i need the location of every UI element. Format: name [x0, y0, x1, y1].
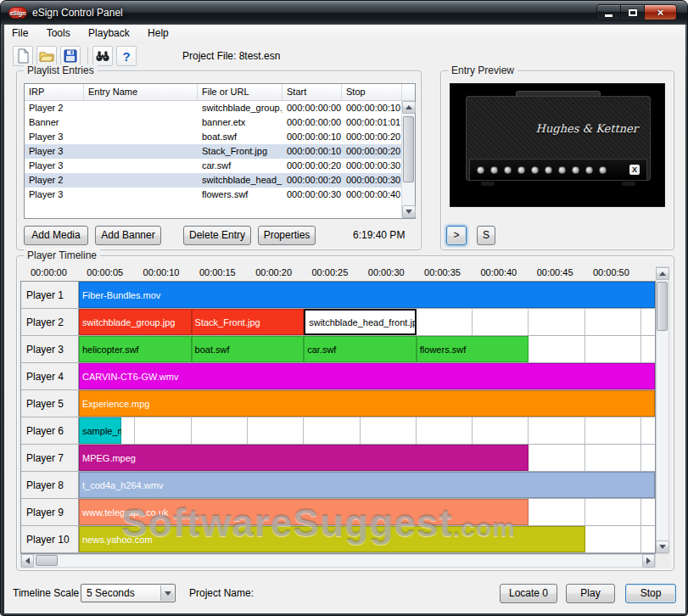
title-bar[interactable]: eSign eSign Control Panel × — [1, 1, 687, 25]
scroll-up-button[interactable] — [402, 101, 416, 114]
project-name-label: Project Name: — [189, 587, 254, 599]
timeline-clip[interactable]: www.telegraph.co.uk — [79, 499, 529, 525]
arrow-left-icon — [25, 557, 30, 564]
menu-help[interactable]: Help — [140, 25, 176, 42]
timeline-clip[interactable]: switchblade_head_front.jpg — [304, 309, 417, 335]
minimize-button[interactable] — [596, 4, 621, 20]
dropdown-button[interactable] — [160, 585, 174, 601]
project-file-label: Project File: 8test.esn — [182, 43, 280, 69]
scroll-left-button[interactable] — [21, 554, 34, 568]
playlist-table[interactable]: IRP Entry Name File or URL Start Stop Pl… — [24, 83, 416, 219]
timeline-clip[interactable]: boat.swf — [192, 336, 305, 362]
scrollbar-corner — [656, 554, 669, 568]
ruler-label: 00:00:20 — [255, 267, 292, 277]
entry-preview-image: Hughes & Kettner X — [450, 83, 665, 207]
player-track[interactable]: www.telegraph.co.uk — [79, 499, 655, 526]
playlist-scrollbar[interactable] — [401, 101, 415, 218]
menu-playback[interactable]: Playback — [81, 25, 137, 42]
stop-button[interactable]: Stop — [625, 584, 676, 603]
timeline-clip[interactable]: car.swf — [304, 336, 417, 362]
playlist-cell: 000:00:00:10 — [282, 144, 342, 159]
playlist-cell: Player 3 — [25, 188, 84, 202]
player-track[interactable]: Experience.mpg — [79, 390, 655, 417]
timeline-clip[interactable]: Stack_Front.jpg — [192, 309, 305, 335]
playlist-row[interactable]: Player 3flowers.swf000:00:00:30000:00:00… — [25, 188, 402, 202]
play-button[interactable]: Play — [566, 584, 615, 603]
timeline-row: Player 10news.yahoo.com — [21, 526, 655, 553]
player-label: Player 9 — [21, 499, 79, 526]
preview-group-title: Entry Preview — [448, 64, 517, 76]
playlist-cell: Player 3 — [25, 159, 84, 173]
timeline-clip[interactable]: MPEG.mpeg — [79, 445, 529, 471]
timeline-clip[interactable]: CARVIN-CT6-GW.wmv — [79, 363, 655, 389]
locate-button[interactable]: Locate 0 — [500, 584, 557, 603]
player-track[interactable]: MPEG.mpeg — [79, 445, 655, 472]
timeline-clip[interactable]: switchblade_group.jpg — [79, 309, 192, 335]
column-header-file-or-url[interactable]: File or URL — [198, 84, 282, 100]
timeline-row: Player 2switchblade_group.jpgStack_Front… — [21, 309, 655, 336]
playlist-cell — [84, 173, 198, 188]
timeline-vertical-scrollbar[interactable] — [656, 266, 669, 554]
column-header-entry-name[interactable]: Entry Name — [84, 84, 198, 100]
window-controls: × — [596, 4, 677, 20]
playlist-row[interactable]: Player 3boat.swf000:00:00:10000:00:00:20 — [25, 130, 402, 144]
ruler-label: 00:00:05 — [87, 267, 123, 277]
column-header-stop[interactable]: Stop — [342, 84, 402, 100]
ruler-label: 00:00:25 — [312, 267, 349, 277]
timeline-clip[interactable]: flowers.swf — [417, 336, 529, 362]
scroll-down-button[interactable] — [656, 540, 669, 553]
playlist-row[interactable]: Player 3car.swf000:00:00:20000:00:00:30 — [25, 159, 402, 173]
player-track[interactable]: Fiber-Bundles.mov — [79, 282, 655, 309]
scroll-up-button[interactable] — [656, 267, 669, 280]
column-header-start[interactable]: Start — [282, 84, 342, 100]
app-logo-icon: eSign — [8, 7, 27, 19]
timeline-clip[interactable]: t_cod4a_h264.wmv — [79, 472, 655, 498]
help-button[interactable]: ? — [116, 46, 137, 66]
player-track[interactable]: t_cod4a_h264.wmv — [79, 472, 655, 499]
playlist-row[interactable]: Bannerbanner.etx000:00:00:00000:00:01:01 — [25, 115, 402, 130]
player-track[interactable]: helicopter.swfboat.swfcar.swfflowers.swf — [79, 336, 655, 363]
maximize-button[interactable] — [621, 4, 644, 20]
new-project-button[interactable] — [13, 46, 33, 66]
add-banner-button[interactable]: Add Banner — [95, 226, 161, 245]
menu-tools[interactable]: Tools — [39, 25, 78, 42]
timeline-clip[interactable]: sample_m — [79, 417, 121, 444]
preview-s-button[interactable]: S — [477, 226, 495, 245]
arrow-down-icon — [659, 545, 666, 549]
player-track[interactable]: CARVIN-CT6-GW.wmv — [79, 363, 655, 390]
close-button[interactable]: × — [644, 4, 677, 20]
find-button[interactable] — [92, 46, 113, 66]
timeline-clip[interactable]: helicopter.swf — [79, 336, 192, 362]
preview-step-button[interactable]: > — [446, 226, 467, 245]
scrollbar-thumb[interactable] — [657, 282, 668, 331]
ruler-label: 00:00:35 — [424, 267, 461, 277]
column-header-irp[interactable]: IRP — [25, 84, 84, 100]
save-project-button[interactable] — [60, 46, 81, 66]
amp-badge: X — [629, 165, 640, 175]
playlist-row[interactable]: Player 2switchblade_group.j...000:00:00:… — [25, 101, 402, 115]
timeline-horizontal-scrollbar[interactable] — [20, 554, 656, 568]
timeline-clip[interactable]: Experience.mpg — [79, 390, 655, 417]
playlist-row[interactable]: Player 2switchblade_head_...000:00:00:20… — [25, 173, 402, 188]
timeline-ruler: 00:00:0000:00:0500:00:1000:00:1500:00:20… — [20, 266, 656, 281]
new-document-icon — [15, 48, 31, 64]
menu-file[interactable]: File — [4, 25, 36, 42]
player-track[interactable]: sample_m — [79, 417, 655, 445]
playlist-cell: 000:00:00:20 — [282, 159, 342, 173]
scroll-right-button[interactable] — [642, 554, 655, 568]
add-media-button[interactable]: Add Media — [24, 226, 88, 245]
playlist-entries-group: Playlist Entries IRP Entry Name File or … — [16, 70, 422, 250]
scrollbar-thumb[interactable] — [36, 555, 58, 566]
scroll-down-button[interactable] — [402, 205, 416, 218]
delete-entry-button[interactable]: Delete Entry — [183, 226, 251, 245]
properties-button[interactable]: Properties — [258, 226, 316, 245]
player-track[interactable]: news.yahoo.com — [79, 526, 655, 553]
timeline-scale-dropdown[interactable]: 5 Seconds — [81, 584, 176, 602]
timeline-clip[interactable]: Fiber-Bundles.mov — [79, 282, 655, 308]
playlist-cell: 000:00:00:10 — [282, 130, 342, 144]
open-project-button[interactable] — [36, 46, 57, 66]
playlist-row[interactable]: Player 3Stack_Front.jpg000:00:00:10000:0… — [25, 144, 402, 159]
timeline-clip[interactable]: news.yahoo.com — [79, 526, 585, 552]
scrollbar-thumb[interactable] — [403, 116, 414, 182]
player-track[interactable]: switchblade_group.jpgStack_Front.jpgswit… — [79, 309, 655, 336]
